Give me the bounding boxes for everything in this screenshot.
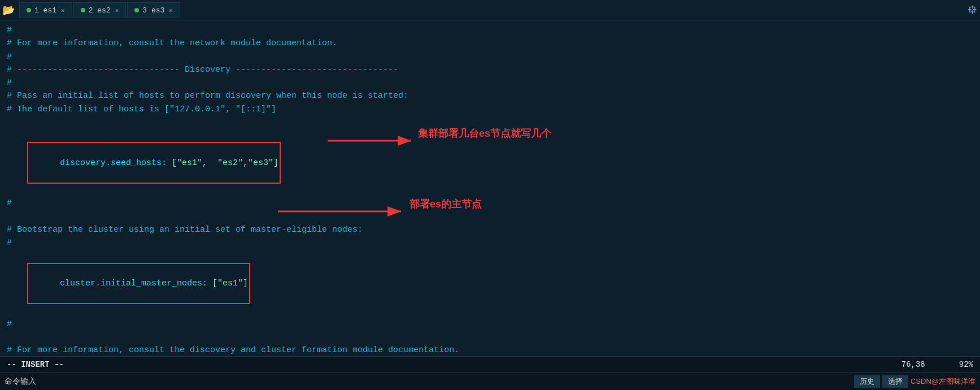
master-nodes-arrow	[278, 201, 408, 222]
tab-dot-1	[27, 8, 31, 12]
master-nodes-annotation: 部署es的主节点	[410, 197, 482, 211]
tab-label-1: 1 es1	[34, 6, 56, 15]
grid-icon[interactable]: ⯐	[968, 4, 978, 16]
line-master-nodes: cluster.initial_master_nodes: ["es1"]	[7, 249, 973, 317]
csdn-label: CSDN@左图味洋淮	[911, 376, 975, 387]
tab-close-3[interactable]: ✕	[169, 7, 173, 14]
tab-label-2: 2 es2	[89, 6, 111, 15]
seed-hosts-arrow	[328, 131, 418, 151]
line-5: #	[7, 76, 973, 89]
status-bar: -- INSERT -- 76,38 92%	[0, 356, 980, 372]
seed-hosts-box: discovery.seed_hosts: ["es1", "es2","es3…	[27, 142, 281, 184]
line-12: # Bootstrap the cluster using an initial…	[7, 223, 973, 236]
line-16	[7, 331, 973, 344]
tab-close-1[interactable]: ✕	[61, 7, 65, 14]
line-2: # For more information, consult the netw…	[7, 37, 973, 50]
line-1: #	[7, 24, 973, 37]
line-11	[7, 210, 973, 223]
tab-es3[interactable]: 3 es3 ✕	[127, 2, 180, 18]
seed-hosts-value: ["es1", "es2","es3"]	[167, 158, 278, 168]
seed-hosts-key: discovery.seed_hosts:	[60, 158, 167, 168]
tab-es2[interactable]: 2 es2 ✕	[73, 2, 127, 18]
select-button[interactable]: 选择	[882, 375, 908, 388]
master-nodes-box: cluster.initial_master_nodes: ["es1"]	[27, 263, 250, 305]
line-15: #	[7, 318, 973, 331]
line-7: # The default list of hosts is ["127.0.0…	[7, 103, 973, 116]
seed-hosts-annotation: 集群部署几台es节点就写几个	[418, 127, 551, 140]
tab-close-2[interactable]: ✕	[115, 7, 119, 14]
status-mode: -- INSERT --	[7, 360, 64, 369]
folder-icon[interactable]: 📂	[2, 4, 15, 16]
line-13: #	[7, 236, 973, 249]
master-nodes-value: ["es1"]	[207, 279, 248, 288]
tab-es1[interactable]: 1 es1 ✕	[19, 2, 72, 18]
cmd-input-label: 命令输入	[5, 376, 36, 387]
line-10: #	[7, 197, 973, 210]
bottom-bar: 命令输入 历史 选择 CSDN@左图味洋淮	[0, 372, 980, 390]
tab-dot-3	[134, 8, 139, 12]
editor-area[interactable]: # # For more information, consult the ne…	[0, 20, 980, 356]
tab-label-3: 3 es3	[142, 6, 164, 15]
history-button[interactable]: 历史	[854, 375, 880, 388]
line-4: # -------------------------------- Disco…	[7, 63, 973, 76]
tab-dot-2	[81, 8, 85, 12]
line-17: # For more information, consult the disc…	[7, 344, 973, 356]
master-nodes-key: cluster.initial_master_nodes:	[60, 279, 207, 288]
status-position: 76,38	[901, 360, 925, 369]
tab-bar: 📂 1 es1 ✕ 2 es2 ✕ 3 es3 ✕ ⯐	[0, 0, 980, 20]
line-6: # Pass an initial list of hosts to perfo…	[7, 89, 973, 102]
line-3: #	[7, 50, 973, 63]
status-percent: 92%	[959, 360, 973, 369]
